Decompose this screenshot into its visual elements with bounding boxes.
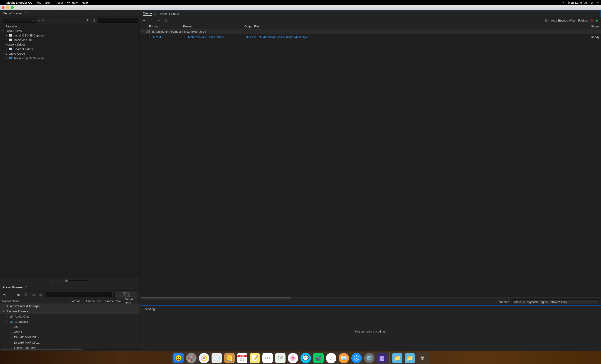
menu-preset[interactable]: Preset xyxy=(54,1,63,4)
window-titlebar xyxy=(0,5,601,10)
minimize-window-button[interactable] xyxy=(6,6,9,9)
mac-menubar: Media Encoder CC File Edit Preset Window… xyxy=(0,0,601,5)
notification-center-icon[interactable]: ≡ xyxy=(597,1,599,4)
app-menu[interactable]: Media Encoder CC xyxy=(6,1,32,4)
menu-file[interactable]: File xyxy=(37,1,41,4)
zoom-window-button[interactable] xyxy=(11,6,14,9)
menu-edit[interactable]: Edit xyxy=(45,1,50,4)
menubar-tool-icon[interactable]: ✑ xyxy=(561,1,564,4)
close-window-button[interactable] xyxy=(2,6,5,9)
menu-help[interactable]: Help xyxy=(82,1,88,4)
spotlight-icon[interactable]: ⌕ xyxy=(591,1,593,4)
menu-window[interactable]: Window xyxy=(67,1,78,4)
menubar-clock[interactable]: Mon 11:45 AM xyxy=(568,1,587,4)
